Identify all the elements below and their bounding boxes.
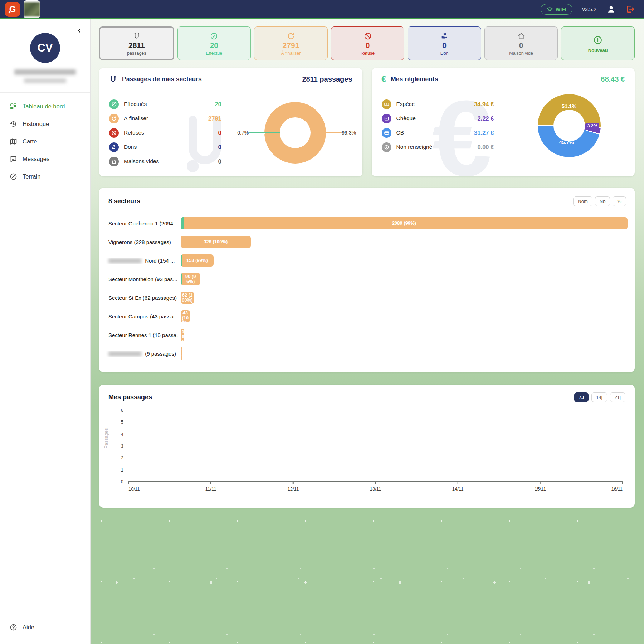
sector-bar[interactable]: 43 (100%) — [181, 310, 190, 322]
credit-card-icon — [382, 128, 391, 138]
range-7d-button[interactable]: 7J — [574, 392, 589, 402]
sector-bar[interactable]: 9 (100%) — [181, 347, 182, 360]
item-label: Non renseigné — [396, 144, 433, 150]
sector-bar-label: 2080 (99%) — [391, 221, 417, 226]
stat-value: 0 — [519, 41, 523, 49]
refresh-icon — [287, 32, 295, 40]
sector-bar[interactable]: 153 (99%) — [181, 254, 214, 267]
map-icon — [10, 138, 17, 145]
item-value: 2791 — [208, 115, 221, 122]
sidebar-item-aide[interactable]: Aide — [0, 619, 90, 636]
range-21d-button[interactable]: 21j — [610, 392, 625, 402]
wifi-status-badge[interactable]: WIFI — [541, 4, 572, 15]
avatar: CV — [30, 33, 60, 63]
sector-row: Secteur Campus (43 passa... 43 (100%) — [106, 307, 628, 326]
check-circle-icon — [109, 99, 119, 109]
sidebar-item-terrain[interactable]: Terrain — [0, 168, 90, 185]
donut-left-label: 0.7% — [237, 130, 249, 136]
reglements-donut-zone: 51.1% 3.2% 45.7% — [503, 89, 635, 162]
item-value: 31.27 € — [474, 130, 494, 136]
sort-by-percent-button[interactable]: % — [613, 196, 626, 206]
panel-title: Mes règlements — [391, 75, 438, 83]
sector-label: Vignerons (328 passages) — [106, 239, 178, 245]
chat-icon — [10, 155, 17, 163]
cash-icon — [382, 99, 391, 109]
y-tick-label: 0 — [121, 479, 123, 484]
passages-list: Effectués 20 À finaliser 2791 — [99, 89, 231, 176]
reglements-list: Espèce 34.94 € Chèque 2.22 € — [372, 89, 503, 162]
slice-label: 45.7% — [559, 140, 574, 145]
sidebar-item-label: Tableau de bord — [23, 103, 65, 110]
stat-value: 0 — [442, 41, 447, 49]
sector-bar[interactable]: 2080 (99%) — [181, 217, 628, 229]
stat-label: passages — [127, 51, 146, 56]
stat-label: Don — [440, 51, 449, 56]
y-tick-label: 2 — [121, 455, 123, 460]
chart-title: Mes passages — [108, 394, 152, 401]
item-label: Refusés — [124, 130, 144, 136]
donut-right-label: 99.3% — [342, 130, 356, 136]
list-item: Effectués 20 — [109, 97, 221, 111]
sector-label: Secteur Rennes 1 (16 passa... — [106, 332, 178, 338]
sector-row: Nord (154 ... 153 (99%) — [106, 251, 628, 270]
x-tick-label: 11/11 — [205, 486, 216, 492]
stat-card-don[interactable]: 0 Don — [408, 26, 481, 60]
sector-bar-label: 43 (100%) — [181, 311, 190, 322]
stat-card-maison-vide[interactable]: 0 Maison vide — [484, 26, 558, 60]
line-chart-plot-area: 012345610/1111/1112/1113/1114/1115/1116/… — [128, 410, 623, 482]
sector-bar[interactable]: 90 (96%) — [181, 273, 200, 285]
hand-heart-icon — [440, 32, 448, 40]
sidebar-item-label: Carte — [23, 138, 37, 145]
sector-bar-label: 90 (96%) — [181, 274, 200, 284]
sidebar-item-historique[interactable]: Historique — [0, 115, 90, 133]
stat-label: Refusé — [361, 51, 375, 56]
refresh-icon — [109, 114, 119, 123]
stat-card-a-finaliser[interactable]: 2791 À finaliser — [254, 26, 328, 60]
item-label: CB — [396, 130, 404, 136]
sidebar-item-label: Terrain — [23, 173, 40, 180]
passages-donut-zone: 0.7% 99.3% — [231, 89, 362, 176]
item-label: Effectués — [124, 101, 147, 107]
stat-card-refuse[interactable]: 0 Refusé — [331, 26, 405, 60]
sector-row: Vignerons (328 passages) 328 (100%) — [106, 233, 628, 251]
x-tick-label: 16/11 — [611, 486, 623, 492]
slice-label: 51.1% — [562, 103, 576, 109]
route-icon — [133, 32, 141, 40]
sector-bar[interactable]: 62 (100%) — [181, 292, 194, 304]
list-item: À finaliser 2791 — [109, 111, 221, 126]
sort-by-name-button[interactable]: Nom — [573, 196, 592, 206]
item-value: 2.22 € — [477, 115, 494, 122]
question-circle-icon — [382, 142, 391, 152]
sidebar-item-tableau-de-bord[interactable]: Tableau de bord — [0, 98, 90, 115]
stat-card-passages[interactable]: 2811 passages — [99, 26, 174, 60]
redacted-text — [108, 258, 141, 263]
sidebar-item-label: Messages — [23, 156, 49, 162]
logout-icon[interactable] — [626, 5, 635, 14]
dashboard-grid-icon — [10, 103, 17, 110]
sector-bar[interactable]: 16 (100%) — [181, 329, 184, 341]
sector-row: Secteur St Ex (62 passages) 62 (100%) — [106, 288, 628, 307]
stat-card-effectue[interactable]: 20 Effectué — [177, 26, 251, 60]
sector-label: (9 passages) — [106, 351, 178, 357]
range-14d-button[interactable]: 14j — [591, 392, 607, 402]
item-label: Maisons vides — [124, 158, 159, 165]
item-label: Chèque — [396, 115, 416, 122]
sidebar-collapse-icon[interactable] — [77, 28, 82, 34]
sector-bar[interactable]: 328 (100%) — [181, 236, 251, 248]
user-icon[interactable] — [606, 5, 616, 14]
item-value: 0 — [218, 130, 221, 136]
reglements-panel: € Mes règlements 68.43 € € Espèce 34.94 … — [372, 68, 635, 176]
ban-icon — [364, 32, 372, 40]
sector-bar-label: 9 (100%) — [181, 348, 182, 359]
item-value: 0 — [218, 144, 221, 151]
y-tick-label: 5 — [121, 419, 123, 425]
sidebar-item-carte[interactable]: Carte — [0, 133, 90, 150]
home-icon — [517, 32, 525, 40]
sector-bar-label: 62 (100%) — [181, 293, 194, 302]
passages-total: 2811 passages — [302, 75, 352, 83]
item-label: Dons — [124, 144, 137, 150]
sidebar-item-messages[interactable]: Messages — [0, 150, 90, 168]
sort-by-count-button[interactable]: Nb — [595, 196, 610, 206]
y-tick-label: 6 — [121, 408, 123, 413]
new-passage-button[interactable]: Nouveau — [561, 26, 635, 60]
